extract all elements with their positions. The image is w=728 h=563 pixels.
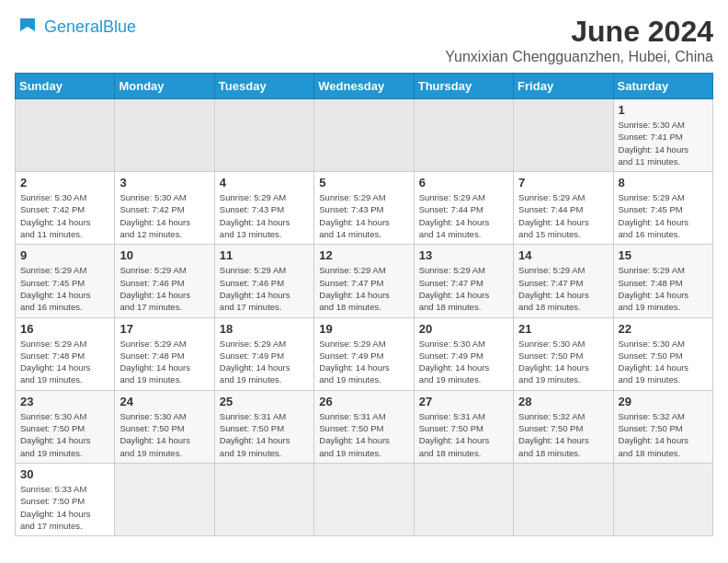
day-info: Sunrise: 5:30 AM Sunset: 7:50 PM Dayligh… (619, 338, 708, 386)
calendar-cell: 26Sunrise: 5:31 AM Sunset: 7:50 PM Dayli… (314, 390, 414, 463)
weekday-header-sunday: Sunday (16, 74, 115, 99)
day-number: 20 (419, 322, 508, 336)
calendar-cell: 25Sunrise: 5:31 AM Sunset: 7:50 PM Dayli… (214, 390, 313, 463)
day-number: 27 (419, 395, 508, 408)
calendar-cell: 4Sunrise: 5:29 AM Sunset: 7:43 PM Daylig… (214, 172, 313, 245)
day-number: 18 (220, 322, 309, 336)
calendar-week-row: 1Sunrise: 5:30 AM Sunset: 7:41 PM Daylig… (16, 99, 713, 172)
day-info: Sunrise: 5:31 AM Sunset: 7:50 PM Dayligh… (319, 410, 408, 459)
day-number: 1 (619, 103, 708, 117)
weekday-header-thursday: Thursday (414, 74, 513, 99)
day-number: 6 (419, 176, 508, 190)
calendar-cell: 7Sunrise: 5:29 AM Sunset: 7:44 PM Daylig… (514, 172, 613, 245)
main-title: June 2024 (445, 15, 713, 49)
calendar-cell (613, 463, 712, 535)
day-info: Sunrise: 5:29 AM Sunset: 7:45 PM Dayligh… (20, 264, 109, 313)
calendar-cell: 22Sunrise: 5:30 AM Sunset: 7:50 PM Dayli… (613, 317, 712, 390)
calendar-cell: 11Sunrise: 5:29 AM Sunset: 7:46 PM Dayli… (214, 245, 313, 317)
day-number: 21 (518, 322, 608, 336)
calendar-cell: 15Sunrise: 5:29 AM Sunset: 7:48 PM Dayli… (613, 245, 712, 317)
calendar-week-row: 2Sunrise: 5:30 AM Sunset: 7:42 PM Daylig… (16, 172, 713, 245)
calendar-cell: 21Sunrise: 5:30 AM Sunset: 7:50 PM Dayli… (514, 317, 613, 390)
day-info: Sunrise: 5:29 AM Sunset: 7:45 PM Dayligh… (619, 191, 708, 240)
svg-marker-0 (20, 18, 35, 31)
calendar-cell (514, 463, 613, 535)
logo-text: GeneralBlue (44, 17, 136, 38)
calendar-cell: 8Sunrise: 5:29 AM Sunset: 7:45 PM Daylig… (613, 172, 712, 245)
calendar-cell: 18Sunrise: 5:29 AM Sunset: 7:49 PM Dayli… (214, 317, 313, 390)
day-info: Sunrise: 5:29 AM Sunset: 7:49 PM Dayligh… (319, 338, 408, 386)
day-number: 17 (119, 322, 209, 336)
calendar-week-row: 23Sunrise: 5:30 AM Sunset: 7:50 PM Dayli… (16, 390, 713, 463)
day-number: 25 (220, 395, 309, 408)
day-number: 5 (319, 176, 408, 190)
page-header: GeneralBlue June 2024 Yunxixian Chenggua… (15, 15, 713, 65)
calendar-cell: 19Sunrise: 5:29 AM Sunset: 7:49 PM Dayli… (314, 317, 414, 390)
logo-blue: Blue (103, 17, 136, 36)
day-info: Sunrise: 5:31 AM Sunset: 7:50 PM Dayligh… (419, 410, 508, 459)
weekday-header-tuesday: Tuesday (214, 74, 313, 99)
calendar-cell (16, 99, 115, 172)
calendar-cell: 10Sunrise: 5:29 AM Sunset: 7:46 PM Dayli… (115, 245, 214, 317)
day-number: 16 (20, 322, 109, 336)
title-block: June 2024 Yunxixian Chengguanzhen, Hubei… (445, 15, 713, 65)
day-number: 2 (20, 176, 109, 190)
day-number: 10 (119, 248, 209, 262)
day-info: Sunrise: 5:31 AM Sunset: 7:50 PM Dayligh… (220, 410, 309, 459)
day-number: 14 (518, 248, 608, 262)
calendar-cell (314, 99, 414, 172)
day-number: 4 (220, 176, 309, 190)
day-info: Sunrise: 5:30 AM Sunset: 7:50 PM Dayligh… (20, 410, 109, 459)
day-info: Sunrise: 5:29 AM Sunset: 7:49 PM Dayligh… (220, 338, 309, 386)
day-number: 12 (319, 248, 408, 262)
day-info: Sunrise: 5:29 AM Sunset: 7:44 PM Dayligh… (419, 191, 508, 240)
calendar-cell: 13Sunrise: 5:29 AM Sunset: 7:47 PM Dayli… (414, 245, 513, 317)
day-info: Sunrise: 5:30 AM Sunset: 7:42 PM Dayligh… (119, 191, 209, 240)
calendar-cell: 24Sunrise: 5:30 AM Sunset: 7:50 PM Dayli… (115, 390, 214, 463)
day-number: 22 (619, 322, 708, 336)
calendar-cell: 30Sunrise: 5:33 AM Sunset: 7:50 PM Dayli… (16, 463, 115, 535)
calendar-cell (115, 99, 214, 172)
calendar-week-row: 30Sunrise: 5:33 AM Sunset: 7:50 PM Dayli… (16, 463, 713, 535)
calendar-cell: 29Sunrise: 5:32 AM Sunset: 7:50 PM Dayli… (613, 390, 712, 463)
calendar-cell: 17Sunrise: 5:29 AM Sunset: 7:48 PM Dayli… (115, 317, 214, 390)
day-number: 29 (619, 395, 708, 408)
day-number: 24 (119, 395, 209, 408)
weekday-header-saturday: Saturday (613, 74, 712, 99)
day-number: 23 (20, 395, 109, 408)
day-info: Sunrise: 5:29 AM Sunset: 7:48 PM Dayligh… (20, 338, 109, 386)
calendar-table: SundayMondayTuesdayWednesdayThursdayFrid… (15, 73, 713, 536)
day-number: 13 (419, 248, 508, 262)
calendar-cell (214, 463, 313, 535)
day-number: 8 (619, 176, 708, 190)
day-number: 30 (20, 467, 109, 481)
day-info: Sunrise: 5:30 AM Sunset: 7:42 PM Dayligh… (20, 191, 109, 240)
calendar-week-row: 16Sunrise: 5:29 AM Sunset: 7:48 PM Dayli… (16, 317, 713, 390)
day-number: 28 (518, 395, 608, 408)
weekday-header-row: SundayMondayTuesdayWednesdayThursdayFrid… (16, 74, 713, 99)
day-info: Sunrise: 5:29 AM Sunset: 7:43 PM Dayligh… (319, 191, 408, 240)
calendar-cell: 28Sunrise: 5:32 AM Sunset: 7:50 PM Dayli… (514, 390, 613, 463)
day-number: 11 (220, 248, 309, 262)
calendar-cell: 27Sunrise: 5:31 AM Sunset: 7:50 PM Dayli… (414, 390, 513, 463)
day-info: Sunrise: 5:29 AM Sunset: 7:47 PM Dayligh… (419, 264, 508, 313)
calendar-cell: 5Sunrise: 5:29 AM Sunset: 7:43 PM Daylig… (314, 172, 414, 245)
logo: GeneralBlue (15, 15, 136, 40)
day-number: 3 (119, 176, 209, 190)
calendar-cell: 20Sunrise: 5:30 AM Sunset: 7:49 PM Dayli… (414, 317, 513, 390)
calendar-cell: 14Sunrise: 5:29 AM Sunset: 7:47 PM Dayli… (514, 245, 613, 317)
day-number: 26 (319, 395, 408, 408)
calendar-cell: 6Sunrise: 5:29 AM Sunset: 7:44 PM Daylig… (414, 172, 513, 245)
day-info: Sunrise: 5:29 AM Sunset: 7:46 PM Dayligh… (119, 264, 209, 313)
day-number: 15 (619, 248, 708, 262)
day-info: Sunrise: 5:29 AM Sunset: 7:46 PM Dayligh… (220, 264, 309, 313)
calendar-week-row: 9Sunrise: 5:29 AM Sunset: 7:45 PM Daylig… (16, 245, 713, 317)
day-number: 9 (20, 248, 109, 262)
day-info: Sunrise: 5:29 AM Sunset: 7:48 PM Dayligh… (119, 338, 209, 386)
logo-icon (15, 15, 40, 40)
day-info: Sunrise: 5:29 AM Sunset: 7:43 PM Dayligh… (220, 191, 309, 240)
calendar-cell (514, 99, 613, 172)
calendar-cell: 2Sunrise: 5:30 AM Sunset: 7:42 PM Daylig… (16, 172, 115, 245)
calendar-cell (414, 463, 513, 535)
day-info: Sunrise: 5:33 AM Sunset: 7:50 PM Dayligh… (20, 483, 109, 532)
